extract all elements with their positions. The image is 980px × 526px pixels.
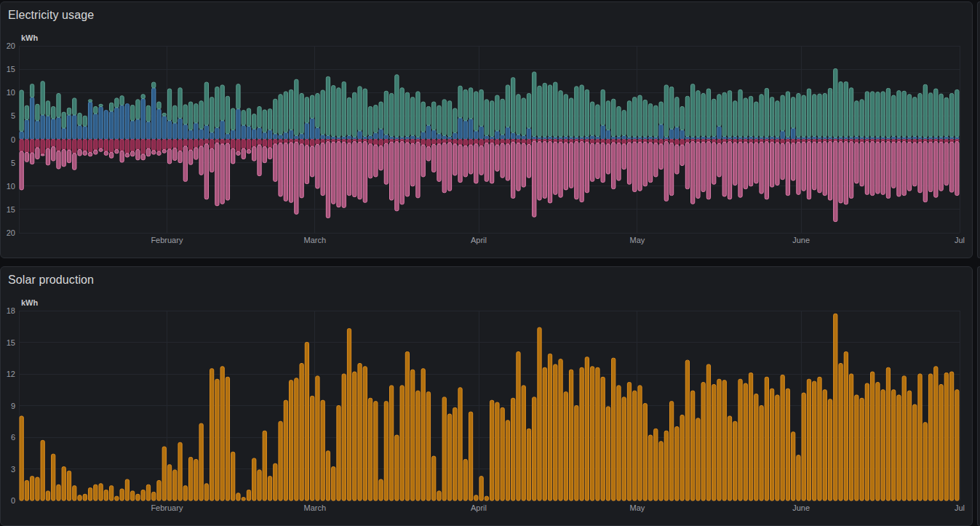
svg-text:February: February [151, 236, 183, 244]
bar-series-solar-orange [20, 314, 959, 501]
solar-production-chart[interactable]: 1815129630kWhFebruaryMarchAprilMayJuneJu… [1, 267, 972, 525]
svg-text:15: 15 [7, 205, 15, 214]
svg-text:April: April [471, 503, 487, 512]
panel-electricity-usage: 201510505101520kWhFebruaryMarchAprilMayJ… [0, 1, 973, 258]
svg-text:Jul: Jul [955, 503, 965, 512]
svg-text:June: June [792, 503, 810, 512]
chart-svg[interactable]: 201510505101520kWhFebruaryMarchAprilMayJ… [1, 2, 972, 258]
svg-text:March: March [304, 236, 327, 244]
svg-text:9: 9 [11, 402, 15, 410]
svg-text:20: 20 [7, 228, 15, 237]
x-axis-labels: FebruaryMarchAprilMayJuneJul [151, 236, 965, 244]
panel-header: Solar production [1, 267, 972, 296]
svg-text:15: 15 [7, 65, 15, 73]
svg-text:6: 6 [11, 433, 15, 442]
svg-text:12: 12 [7, 370, 15, 378]
svg-text:0: 0 [11, 496, 15, 505]
svg-text:May: May [630, 503, 645, 512]
adjacent-panel-sliver-bottom [977, 266, 980, 526]
svg-text:3: 3 [11, 465, 15, 474]
svg-text:kWh: kWh [21, 33, 39, 42]
svg-text:March: March [304, 503, 327, 512]
chart-svg[interactable]: 1815129630kWhFebruaryMarchAprilMayJuneJu… [1, 267, 972, 525]
svg-text:20: 20 [7, 41, 15, 50]
x-axis-labels: FebruaryMarchAprilMayJuneJul [151, 503, 965, 512]
svg-text:5: 5 [11, 159, 15, 167]
svg-text:February: February [151, 503, 183, 512]
grafana-dashboard: 201510505101520kWhFebruaryMarchAprilMayJ… [0, 0, 980, 526]
svg-text:kWh: kWh [21, 298, 39, 307]
svg-text:0: 0 [11, 135, 15, 144]
panel-solar-production: 1815129630kWhFebruaryMarchAprilMayJuneJu… [0, 266, 973, 526]
svg-text:10: 10 [7, 88, 15, 97]
svg-text:18: 18 [7, 306, 15, 315]
svg-text:15: 15 [7, 338, 15, 347]
adjacent-panel-sliver-top [977, 1, 980, 258]
svg-text:June: June [792, 236, 810, 244]
panel-header: Electricity usage [1, 2, 972, 31]
svg-text:May: May [630, 236, 645, 244]
panel-title-solar-production[interactable]: Solar production [8, 274, 94, 287]
svg-text:5: 5 [11, 111, 15, 120]
svg-text:10: 10 [7, 182, 15, 191]
svg-text:Jul: Jul [955, 236, 965, 244]
svg-text:April: April [471, 236, 487, 244]
electricity-usage-chart[interactable]: 201510505101520kWhFebruaryMarchAprilMayJ… [1, 2, 972, 258]
panel-title-electricity-usage[interactable]: Electricity usage [8, 9, 94, 22]
